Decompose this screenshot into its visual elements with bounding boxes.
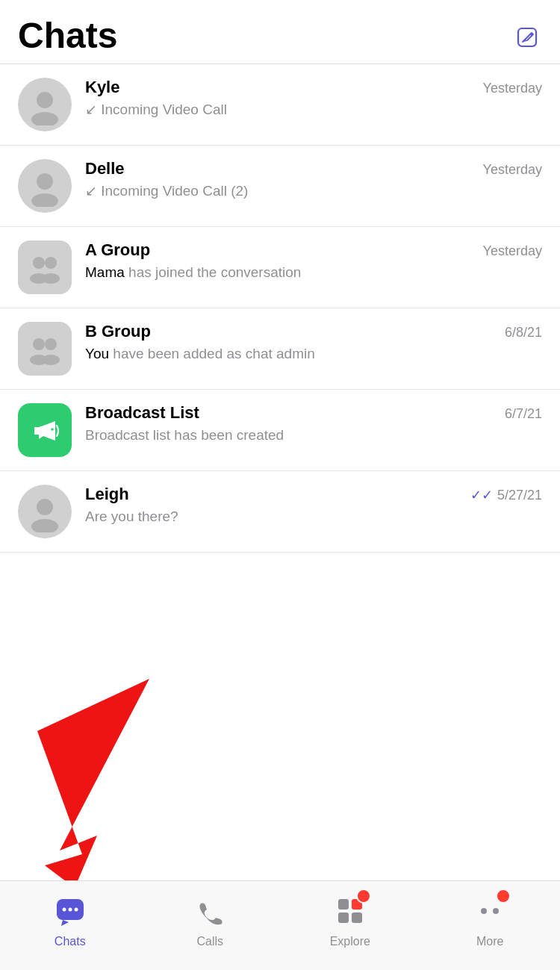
svg-point-9 xyxy=(33,338,45,350)
svg-rect-22 xyxy=(338,913,349,923)
chat-info-leigh: Leigh ✓✓ 5/27/21 Are you there? xyxy=(85,485,542,526)
chat-time-broadcast-list: 6/7/21 xyxy=(505,406,542,422)
tab-more[interactable]: More xyxy=(420,892,561,948)
svg-point-24 xyxy=(481,908,487,914)
chat-name-a-group: A Group xyxy=(85,240,150,260)
avatar-a-group xyxy=(18,240,72,294)
avatar-leigh xyxy=(18,485,72,538)
svg-point-19 xyxy=(74,908,78,912)
svg-point-25 xyxy=(493,908,499,914)
chat-info-kyle: Kyle Yesterday ↙ Incoming Video Call xyxy=(85,78,542,119)
header: Chats xyxy=(0,0,560,63)
tab-chats[interactable]: Chats xyxy=(0,892,140,948)
page-title: Chats xyxy=(18,15,117,56)
chat-item-kyle[interactable]: Kyle Yesterday ↙ Incoming Video Call xyxy=(0,64,560,146)
svg-point-18 xyxy=(68,908,72,912)
chat-time-kyle: Yesterday xyxy=(483,81,542,96)
chat-item-b-group[interactable]: B Group 6/8/21 You have been added as ch… xyxy=(0,308,560,390)
svg-point-12 xyxy=(42,355,60,365)
chat-list: Kyle Yesterday ↙ Incoming Video Call Del… xyxy=(0,64,560,553)
chat-name-b-group: B Group xyxy=(85,322,151,341)
chat-item-broadcast-list[interactable]: Broadcast List 6/7/21 Broadcast list has… xyxy=(0,390,560,471)
svg-point-8 xyxy=(42,273,60,284)
chat-time-b-group: 6/8/21 xyxy=(505,325,542,341)
chat-preview-broadcast-list: Broadcast list has been created xyxy=(85,426,542,445)
svg-point-1 xyxy=(37,92,53,108)
svg-point-2 xyxy=(31,112,58,125)
svg-point-5 xyxy=(33,257,45,269)
more-tab-badge xyxy=(496,889,511,904)
avatar-broadcast-list xyxy=(18,403,72,457)
tab-label-explore: Explore xyxy=(330,935,370,948)
chat-time-leigh: ✓✓ 5/27/21 xyxy=(470,487,542,503)
chat-item-leigh[interactable]: Leigh ✓✓ 5/27/21 Are you there? xyxy=(0,471,560,553)
chat-preview-a-group: Mama has joined the conversation xyxy=(85,263,542,282)
svg-point-15 xyxy=(31,519,58,532)
chat-name-kyle: Kyle xyxy=(85,78,119,97)
arrow-indicator xyxy=(0,656,224,895)
svg-point-14 xyxy=(37,499,53,515)
svg-point-10 xyxy=(45,338,57,350)
tab-label-calls: Calls xyxy=(196,935,223,948)
calls-tab-icon-wrap xyxy=(190,892,229,930)
chat-name-leigh: Leigh xyxy=(85,485,129,504)
chat-item-a-group[interactable]: A Group Yesterday Mama has joined the co… xyxy=(0,227,560,308)
chat-time-a-group: Yesterday xyxy=(483,243,542,259)
chat-info-a-group: A Group Yesterday Mama has joined the co… xyxy=(85,240,542,282)
tab-explore[interactable]: Explore xyxy=(280,892,420,948)
tab-calls[interactable]: Calls xyxy=(140,892,281,948)
chat-item-delle[interactable]: Delle Yesterday ↙ Incoming Video Call (2… xyxy=(0,146,560,227)
chats-tab-icon-wrap xyxy=(51,892,90,930)
svg-rect-23 xyxy=(352,913,362,923)
tab-bar: Chats Calls Explore xyxy=(0,880,560,970)
avatar-delle xyxy=(18,159,72,213)
chat-info-broadcast-list: Broadcast List 6/7/21 Broadcast list has… xyxy=(85,403,542,445)
chat-name-delle: Delle xyxy=(85,159,125,178)
edit-button[interactable] xyxy=(512,22,542,52)
more-tab-icon-wrap xyxy=(470,892,509,930)
explore-tab-badge xyxy=(356,889,371,904)
explore-tab-icon-wrap xyxy=(331,892,370,930)
double-check-icon: ✓✓ xyxy=(470,487,493,503)
avatar-kyle xyxy=(18,78,72,131)
chat-name-broadcast-list: Broadcast List xyxy=(85,403,199,423)
chat-info-delle: Delle Yesterday ↙ Incoming Video Call (2… xyxy=(85,159,542,201)
tab-label-more: More xyxy=(476,935,503,948)
svg-point-13 xyxy=(51,428,55,432)
avatar-b-group xyxy=(18,322,72,376)
tab-label-chats: Chats xyxy=(55,935,86,948)
chat-preview-kyle: ↙ Incoming Video Call xyxy=(85,100,542,119)
svg-point-3 xyxy=(37,173,53,190)
chat-preview-leigh: Are you there? xyxy=(85,507,542,526)
svg-point-4 xyxy=(31,193,58,207)
chat-info-b-group: B Group 6/8/21 You have been added as ch… xyxy=(85,322,542,364)
svg-point-6 xyxy=(45,257,57,269)
chat-time-delle: Yesterday xyxy=(483,162,542,178)
chat-preview-delle: ↙ Incoming Video Call (2) xyxy=(85,181,542,201)
chat-preview-b-group: You have been added as chat admin xyxy=(85,344,542,364)
svg-rect-20 xyxy=(338,899,349,910)
svg-point-17 xyxy=(62,908,66,912)
